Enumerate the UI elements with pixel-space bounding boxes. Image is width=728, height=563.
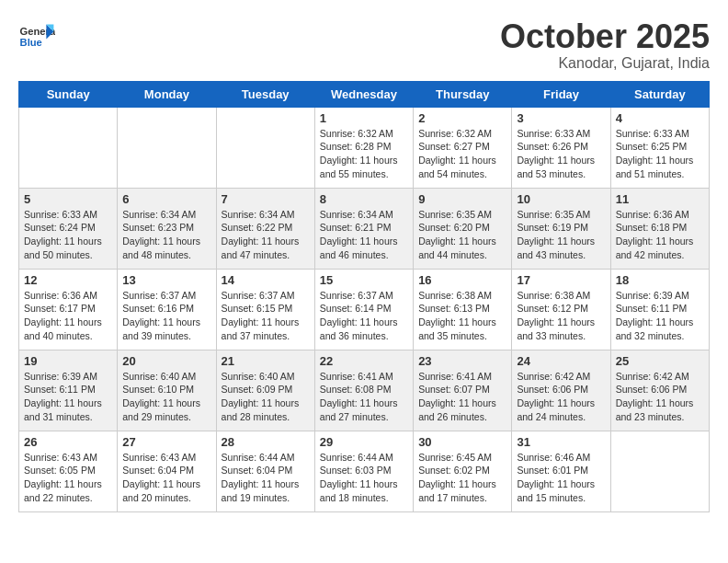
day-number: 25 [616,354,704,368]
calendar-cell: 22Sunrise: 6:41 AM Sunset: 6:08 PM Dayli… [314,350,413,431]
day-number: 16 [418,273,506,287]
day-info: Sunrise: 6:39 AM Sunset: 6:11 PM Dayligh… [616,289,704,343]
day-number: 13 [122,273,210,287]
day-info: Sunrise: 6:32 AM Sunset: 6:27 PM Dayligh… [418,127,506,181]
day-info: Sunrise: 6:35 AM Sunset: 6:19 PM Dayligh… [517,208,605,262]
calendar-cell: 30Sunrise: 6:45 AM Sunset: 6:02 PM Dayli… [414,431,512,511]
day-number: 28 [222,435,310,449]
day-info: Sunrise: 6:34 AM Sunset: 6:23 PM Dayligh… [122,208,210,262]
day-info: Sunrise: 6:34 AM Sunset: 6:22 PM Dayligh… [222,208,310,262]
page-header: General Blue October 2025 Kanodar, Gujar… [18,18,710,72]
calendar-cell: 21Sunrise: 6:40 AM Sunset: 6:09 PM Dayli… [216,350,314,431]
day-info: Sunrise: 6:37 AM Sunset: 6:14 PM Dayligh… [320,289,408,343]
day-info: Sunrise: 6:32 AM Sunset: 6:28 PM Dayligh… [320,127,408,181]
logo-icon: General Blue [18,18,55,55]
calendar-cell: 18Sunrise: 6:39 AM Sunset: 6:11 PM Dayli… [610,269,709,350]
calendar-week-row: 19Sunrise: 6:39 AM Sunset: 6:11 PM Dayli… [19,350,710,431]
day-info: Sunrise: 6:40 AM Sunset: 6:09 PM Dayligh… [222,370,310,424]
calendar-cell: 24Sunrise: 6:42 AM Sunset: 6:06 PM Dayli… [512,350,610,431]
calendar-cell: 3Sunrise: 6:33 AM Sunset: 6:26 PM Daylig… [512,107,610,188]
weekday-header-monday: Monday [118,81,216,107]
day-info: Sunrise: 6:38 AM Sunset: 6:13 PM Dayligh… [418,289,506,343]
calendar-cell: 2Sunrise: 6:32 AM Sunset: 6:27 PM Daylig… [414,107,512,188]
day-info: Sunrise: 6:33 AM Sunset: 6:25 PM Dayligh… [616,127,704,181]
calendar-cell: 26Sunrise: 6:43 AM Sunset: 6:05 PM Dayli… [19,431,118,511]
calendar-cell: 28Sunrise: 6:44 AM Sunset: 6:04 PM Dayli… [216,431,314,511]
day-number: 4 [616,111,704,125]
calendar-week-row: 12Sunrise: 6:36 AM Sunset: 6:17 PM Dayli… [19,269,710,350]
weekday-header-friday: Friday [512,81,610,107]
day-number: 12 [24,273,112,287]
calendar-cell: 5Sunrise: 6:33 AM Sunset: 6:24 PM Daylig… [19,188,118,269]
day-info: Sunrise: 6:46 AM Sunset: 6:01 PM Dayligh… [517,451,605,505]
calendar-cell: 19Sunrise: 6:39 AM Sunset: 6:11 PM Dayli… [19,350,118,431]
day-info: Sunrise: 6:37 AM Sunset: 6:15 PM Dayligh… [222,289,310,343]
day-info: Sunrise: 6:43 AM Sunset: 6:05 PM Dayligh… [24,451,112,505]
calendar-cell: 16Sunrise: 6:38 AM Sunset: 6:13 PM Dayli… [414,269,512,350]
day-info: Sunrise: 6:42 AM Sunset: 6:06 PM Dayligh… [616,370,704,424]
weekday-header-sunday: Sunday [19,81,118,107]
logo: General Blue [18,18,59,55]
day-number: 5 [24,192,112,206]
calendar-table: SundayMondayTuesdayWednesdayThursdayFrid… [18,81,710,512]
day-info: Sunrise: 6:45 AM Sunset: 6:02 PM Dayligh… [418,451,506,505]
day-number: 21 [222,354,310,368]
weekday-header-thursday: Thursday [414,81,512,107]
calendar-week-row: 1Sunrise: 6:32 AM Sunset: 6:28 PM Daylig… [19,107,710,188]
calendar-cell: 7Sunrise: 6:34 AM Sunset: 6:22 PM Daylig… [216,188,314,269]
day-number: 17 [517,273,605,287]
day-number: 18 [616,273,704,287]
calendar-cell: 11Sunrise: 6:36 AM Sunset: 6:18 PM Dayli… [610,188,709,269]
calendar-cell: 15Sunrise: 6:37 AM Sunset: 6:14 PM Dayli… [314,269,413,350]
day-number: 15 [320,273,408,287]
calendar-cell: 12Sunrise: 6:36 AM Sunset: 6:17 PM Dayli… [19,269,118,350]
day-number: 9 [418,192,506,206]
day-number: 23 [418,354,506,368]
day-info: Sunrise: 6:34 AM Sunset: 6:21 PM Dayligh… [320,208,408,262]
day-info: Sunrise: 6:39 AM Sunset: 6:11 PM Dayligh… [24,370,112,424]
calendar-cell: 17Sunrise: 6:38 AM Sunset: 6:12 PM Dayli… [512,269,610,350]
location: Kanodar, Gujarat, India [500,55,710,72]
calendar-cell: 13Sunrise: 6:37 AM Sunset: 6:16 PM Dayli… [118,269,216,350]
day-number: 6 [122,192,210,206]
weekday-header-wednesday: Wednesday [314,81,413,107]
calendar-cell: 25Sunrise: 6:42 AM Sunset: 6:06 PM Dayli… [610,350,709,431]
day-info: Sunrise: 6:35 AM Sunset: 6:20 PM Dayligh… [418,208,506,262]
day-number: 24 [517,354,605,368]
svg-text:Blue: Blue [20,37,42,48]
day-info: Sunrise: 6:42 AM Sunset: 6:06 PM Dayligh… [517,370,605,424]
month-title: October 2025 [500,18,710,55]
calendar-week-row: 26Sunrise: 6:43 AM Sunset: 6:05 PM Dayli… [19,431,710,511]
day-info: Sunrise: 6:40 AM Sunset: 6:10 PM Dayligh… [122,370,210,424]
calendar-cell: 14Sunrise: 6:37 AM Sunset: 6:15 PM Dayli… [216,269,314,350]
day-number: 10 [517,192,605,206]
weekday-header-row: SundayMondayTuesdayWednesdayThursdayFrid… [19,81,710,107]
day-number: 27 [122,435,210,449]
day-number: 2 [418,111,506,125]
calendar-cell: 20Sunrise: 6:40 AM Sunset: 6:10 PM Dayli… [118,350,216,431]
day-number: 14 [222,273,310,287]
day-number: 11 [616,192,704,206]
day-number: 19 [24,354,112,368]
calendar-cell: 31Sunrise: 6:46 AM Sunset: 6:01 PM Dayli… [512,431,610,511]
day-number: 8 [320,192,408,206]
day-info: Sunrise: 6:44 AM Sunset: 6:03 PM Dayligh… [320,451,408,505]
day-info: Sunrise: 6:38 AM Sunset: 6:12 PM Dayligh… [517,289,605,343]
day-number: 3 [517,111,605,125]
day-number: 29 [320,435,408,449]
calendar-cell: 29Sunrise: 6:44 AM Sunset: 6:03 PM Dayli… [314,431,413,511]
day-info: Sunrise: 6:41 AM Sunset: 6:07 PM Dayligh… [418,370,506,424]
calendar-cell: 6Sunrise: 6:34 AM Sunset: 6:23 PM Daylig… [118,188,216,269]
day-info: Sunrise: 6:41 AM Sunset: 6:08 PM Dayligh… [320,370,408,424]
calendar-cell [118,107,216,188]
weekday-header-saturday: Saturday [610,81,709,107]
day-number: 22 [320,354,408,368]
day-info: Sunrise: 6:44 AM Sunset: 6:04 PM Dayligh… [222,451,310,505]
calendar-cell: 1Sunrise: 6:32 AM Sunset: 6:28 PM Daylig… [314,107,413,188]
day-number: 30 [418,435,506,449]
day-number: 20 [122,354,210,368]
calendar-cell: 9Sunrise: 6:35 AM Sunset: 6:20 PM Daylig… [414,188,512,269]
calendar-cell [19,107,118,188]
day-number: 7 [222,192,310,206]
calendar-cell: 27Sunrise: 6:43 AM Sunset: 6:04 PM Dayli… [118,431,216,511]
